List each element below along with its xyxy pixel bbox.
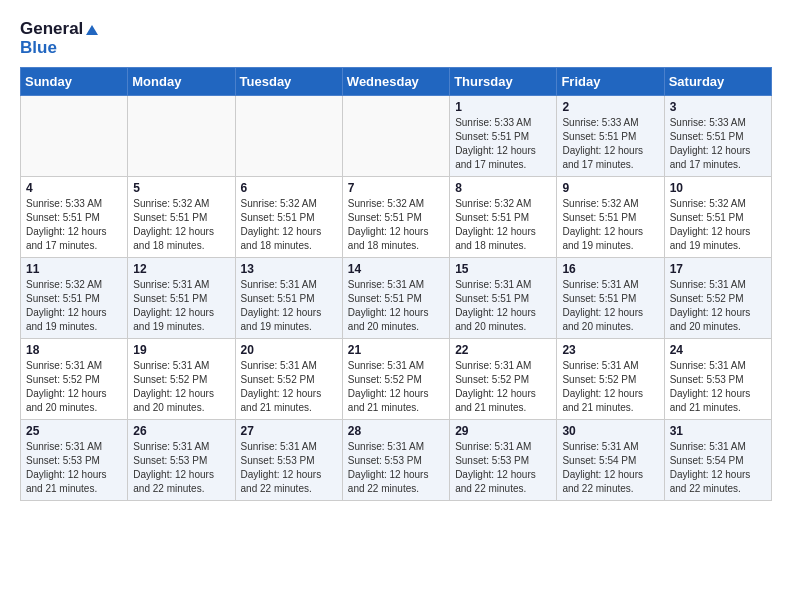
day-info: Sunrise: 5:32 AM Sunset: 5:51 PM Dayligh… [241,197,337,253]
calendar-day-cell: 11Sunrise: 5:32 AM Sunset: 5:51 PM Dayli… [21,258,128,339]
calendar-week-row: 11Sunrise: 5:32 AM Sunset: 5:51 PM Dayli… [21,258,772,339]
day-info: Sunrise: 5:31 AM Sunset: 5:53 PM Dayligh… [348,440,444,496]
day-info: Sunrise: 5:31 AM Sunset: 5:52 PM Dayligh… [26,359,122,415]
calendar-day-cell: 29Sunrise: 5:31 AM Sunset: 5:53 PM Dayli… [450,420,557,501]
day-number: 1 [455,100,551,114]
calendar-day-cell: 9Sunrise: 5:32 AM Sunset: 5:51 PM Daylig… [557,177,664,258]
calendar-day-cell: 13Sunrise: 5:31 AM Sunset: 5:51 PM Dayli… [235,258,342,339]
logo-general-text: General [20,20,98,39]
day-info: Sunrise: 5:31 AM Sunset: 5:52 PM Dayligh… [455,359,551,415]
day-info: Sunrise: 5:31 AM Sunset: 5:52 PM Dayligh… [348,359,444,415]
day-info: Sunrise: 5:31 AM Sunset: 5:53 PM Dayligh… [455,440,551,496]
day-info: Sunrise: 5:31 AM Sunset: 5:51 PM Dayligh… [455,278,551,334]
calendar-day-cell: 20Sunrise: 5:31 AM Sunset: 5:52 PM Dayli… [235,339,342,420]
day-number: 20 [241,343,337,357]
calendar-day-cell: 12Sunrise: 5:31 AM Sunset: 5:51 PM Dayli… [128,258,235,339]
day-info: Sunrise: 5:31 AM Sunset: 5:51 PM Dayligh… [348,278,444,334]
day-number: 9 [562,181,658,195]
day-number: 2 [562,100,658,114]
calendar-day-cell [21,96,128,177]
calendar-day-cell: 10Sunrise: 5:32 AM Sunset: 5:51 PM Dayli… [664,177,771,258]
day-number: 16 [562,262,658,276]
day-number: 13 [241,262,337,276]
day-of-week-header: Saturday [664,68,771,96]
day-info: Sunrise: 5:32 AM Sunset: 5:51 PM Dayligh… [562,197,658,253]
day-info: Sunrise: 5:32 AM Sunset: 5:51 PM Dayligh… [455,197,551,253]
day-info: Sunrise: 5:31 AM Sunset: 5:51 PM Dayligh… [562,278,658,334]
day-of-week-header: Friday [557,68,664,96]
day-number: 6 [241,181,337,195]
calendar-week-row: 25Sunrise: 5:31 AM Sunset: 5:53 PM Dayli… [21,420,772,501]
calendar-day-cell: 4Sunrise: 5:33 AM Sunset: 5:51 PM Daylig… [21,177,128,258]
day-info: Sunrise: 5:31 AM Sunset: 5:52 PM Dayligh… [241,359,337,415]
day-info: Sunrise: 5:32 AM Sunset: 5:51 PM Dayligh… [26,278,122,334]
logo: General Blue [20,20,98,57]
day-info: Sunrise: 5:32 AM Sunset: 5:51 PM Dayligh… [348,197,444,253]
day-info: Sunrise: 5:32 AM Sunset: 5:51 PM Dayligh… [670,197,766,253]
day-number: 4 [26,181,122,195]
day-info: Sunrise: 5:31 AM Sunset: 5:51 PM Dayligh… [241,278,337,334]
day-number: 23 [562,343,658,357]
day-number: 25 [26,424,122,438]
day-info: Sunrise: 5:31 AM Sunset: 5:54 PM Dayligh… [562,440,658,496]
day-number: 19 [133,343,229,357]
day-info: Sunrise: 5:31 AM Sunset: 5:51 PM Dayligh… [133,278,229,334]
day-info: Sunrise: 5:33 AM Sunset: 5:51 PM Dayligh… [562,116,658,172]
day-of-week-header: Wednesday [342,68,449,96]
day-number: 10 [670,181,766,195]
logo-container: General Blue [20,20,98,57]
calendar-day-cell [128,96,235,177]
calendar-day-cell [342,96,449,177]
day-info: Sunrise: 5:31 AM Sunset: 5:52 PM Dayligh… [133,359,229,415]
day-number: 17 [670,262,766,276]
logo-blue-text: Blue [20,39,98,58]
calendar-header-row: SundayMondayTuesdayWednesdayThursdayFrid… [21,68,772,96]
calendar-day-cell: 6Sunrise: 5:32 AM Sunset: 5:51 PM Daylig… [235,177,342,258]
day-info: Sunrise: 5:31 AM Sunset: 5:53 PM Dayligh… [241,440,337,496]
day-number: 14 [348,262,444,276]
day-number: 31 [670,424,766,438]
calendar-day-cell: 31Sunrise: 5:31 AM Sunset: 5:54 PM Dayli… [664,420,771,501]
day-number: 12 [133,262,229,276]
day-info: Sunrise: 5:33 AM Sunset: 5:51 PM Dayligh… [26,197,122,253]
calendar-day-cell: 19Sunrise: 5:31 AM Sunset: 5:52 PM Dayli… [128,339,235,420]
day-number: 15 [455,262,551,276]
calendar-day-cell: 23Sunrise: 5:31 AM Sunset: 5:52 PM Dayli… [557,339,664,420]
calendar-day-cell: 15Sunrise: 5:31 AM Sunset: 5:51 PM Dayli… [450,258,557,339]
calendar-day-cell [235,96,342,177]
day-info: Sunrise: 5:33 AM Sunset: 5:51 PM Dayligh… [455,116,551,172]
day-info: Sunrise: 5:31 AM Sunset: 5:52 PM Dayligh… [562,359,658,415]
day-number: 29 [455,424,551,438]
calendar-day-cell: 18Sunrise: 5:31 AM Sunset: 5:52 PM Dayli… [21,339,128,420]
calendar-day-cell: 16Sunrise: 5:31 AM Sunset: 5:51 PM Dayli… [557,258,664,339]
day-info: Sunrise: 5:32 AM Sunset: 5:51 PM Dayligh… [133,197,229,253]
day-info: Sunrise: 5:31 AM Sunset: 5:53 PM Dayligh… [26,440,122,496]
day-number: 30 [562,424,658,438]
calendar-day-cell: 26Sunrise: 5:31 AM Sunset: 5:53 PM Dayli… [128,420,235,501]
day-info: Sunrise: 5:31 AM Sunset: 5:53 PM Dayligh… [670,359,766,415]
day-number: 22 [455,343,551,357]
calendar-day-cell: 8Sunrise: 5:32 AM Sunset: 5:51 PM Daylig… [450,177,557,258]
day-number: 26 [133,424,229,438]
calendar-day-cell: 17Sunrise: 5:31 AM Sunset: 5:52 PM Dayli… [664,258,771,339]
calendar-day-cell: 28Sunrise: 5:31 AM Sunset: 5:53 PM Dayli… [342,420,449,501]
day-of-week-header: Thursday [450,68,557,96]
calendar-day-cell: 5Sunrise: 5:32 AM Sunset: 5:51 PM Daylig… [128,177,235,258]
calendar-day-cell: 14Sunrise: 5:31 AM Sunset: 5:51 PM Dayli… [342,258,449,339]
calendar-day-cell: 3Sunrise: 5:33 AM Sunset: 5:51 PM Daylig… [664,96,771,177]
day-info: Sunrise: 5:31 AM Sunset: 5:54 PM Dayligh… [670,440,766,496]
day-info: Sunrise: 5:31 AM Sunset: 5:53 PM Dayligh… [133,440,229,496]
page-header: General Blue [20,20,772,57]
calendar-day-cell: 27Sunrise: 5:31 AM Sunset: 5:53 PM Dayli… [235,420,342,501]
day-info: Sunrise: 5:33 AM Sunset: 5:51 PM Dayligh… [670,116,766,172]
day-number: 5 [133,181,229,195]
calendar-week-row: 4Sunrise: 5:33 AM Sunset: 5:51 PM Daylig… [21,177,772,258]
calendar-day-cell: 1Sunrise: 5:33 AM Sunset: 5:51 PM Daylig… [450,96,557,177]
calendar-table: SundayMondayTuesdayWednesdayThursdayFrid… [20,67,772,501]
calendar-week-row: 1Sunrise: 5:33 AM Sunset: 5:51 PM Daylig… [21,96,772,177]
calendar-day-cell: 25Sunrise: 5:31 AM Sunset: 5:53 PM Dayli… [21,420,128,501]
day-of-week-header: Tuesday [235,68,342,96]
day-of-week-header: Monday [128,68,235,96]
day-of-week-header: Sunday [21,68,128,96]
day-number: 8 [455,181,551,195]
